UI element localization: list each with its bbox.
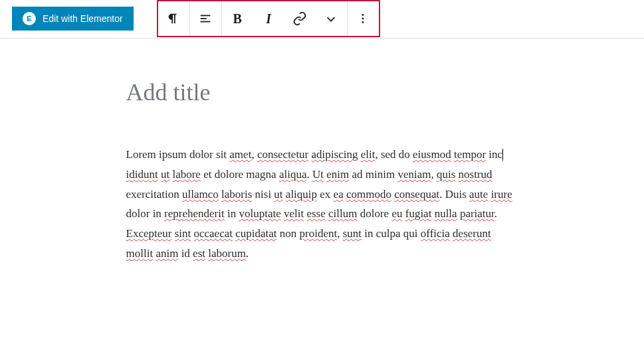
link-button[interactable] (284, 1, 316, 36)
editor-content: Add title Lorem ipsum dolor sit amet, co… (126, 39, 518, 264)
paragraph-block[interactable]: Lorem ipsum dolor sit amet, consectetur … (126, 145, 518, 264)
top-bar: E Edit with Elementor B I (0, 0, 644, 39)
more-vertical-icon (356, 11, 370, 26)
align-button[interactable] (190, 1, 221, 36)
more-inline-button[interactable] (316, 1, 347, 36)
svg-point-4 (362, 18, 364, 20)
italic-button[interactable]: I (253, 1, 284, 36)
elementor-button-label: Edit with Elementor (43, 13, 123, 24)
align-left-icon (198, 11, 213, 26)
paragraph-icon (166, 11, 181, 26)
post-title-input[interactable]: Add title (126, 78, 518, 106)
bold-button[interactable]: B (222, 1, 253, 36)
block-type-button[interactable] (158, 1, 189, 36)
more-options-button[interactable] (348, 1, 379, 36)
elementor-icon: E (23, 12, 36, 25)
block-toolbar: B I (157, 0, 380, 37)
chevron-down-icon (324, 11, 338, 26)
svg-point-3 (362, 14, 364, 16)
svg-point-5 (362, 21, 364, 23)
edit-with-elementor-button[interactable]: E Edit with Elementor (12, 7, 134, 31)
link-icon (292, 11, 307, 26)
